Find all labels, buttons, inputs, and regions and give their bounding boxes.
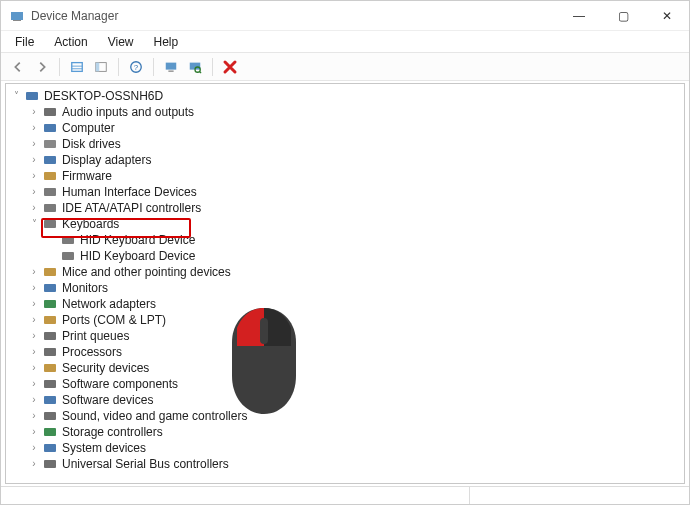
chevron-right-icon[interactable] [28,184,40,200]
menu-file[interactable]: File [5,33,44,51]
svg-rect-27 [44,300,56,308]
chevron-right-icon[interactable] [28,280,40,296]
chevron-right-icon[interactable] [28,168,40,184]
tree-category[interactable]: Software components [10,376,680,392]
chevron-right-icon[interactable] [28,136,40,152]
menu-view[interactable]: View [98,33,144,51]
svg-rect-21 [44,204,56,212]
svg-rect-9 [166,62,177,69]
svg-rect-25 [44,268,56,276]
tree-category[interactable]: Security devices [10,360,680,376]
tree-category[interactable]: Human Interface Devices [10,184,680,200]
chevron-right-icon[interactable] [28,152,40,168]
menu-bar: File Action View Help [1,31,689,53]
tree-category[interactable]: Universal Serial Bus controllers [10,456,680,472]
tree-category[interactable]: Ports (COM & LPT) [10,312,680,328]
category-label: Storage controllers [62,424,163,440]
chevron-down-icon[interactable] [28,216,40,232]
speaker-icon [42,105,58,119]
shield-icon [42,361,58,375]
tree-device[interactable]: HID Keyboard Device [10,248,680,264]
mouse-icon [42,265,58,279]
svg-rect-24 [62,252,74,260]
help-button[interactable]: ? [125,56,147,78]
chevron-right-icon[interactable] [28,408,40,424]
keyboard-icon [42,217,58,231]
back-button[interactable] [7,56,29,78]
svg-rect-19 [44,172,56,180]
delete-button[interactable] [219,56,241,78]
tree-category[interactable]: Storage controllers [10,424,680,440]
category-label: Security devices [62,360,149,376]
computer-view-button[interactable] [160,56,182,78]
minimize-button[interactable]: — [557,1,601,31]
chevron-right-icon[interactable] [28,360,40,376]
category-label: Human Interface Devices [62,184,197,200]
title-bar: Device Manager — ▢ ✕ [1,1,689,31]
app-icon [9,8,25,24]
software-icon [42,393,58,407]
tree-device[interactable]: HID Keyboard Device [10,232,680,248]
chevron-right-icon[interactable] [28,264,40,280]
disk-icon [42,137,58,151]
svg-rect-18 [44,156,56,164]
tree-category[interactable]: System devices [10,440,680,456]
tree-category[interactable]: Network adapters [10,296,680,312]
root-label: DESKTOP-OSSNH6D [44,88,163,104]
window-title: Device Manager [31,9,557,23]
chevron-right-icon[interactable] [28,344,40,360]
svg-rect-0 [11,12,23,20]
svg-rect-29 [44,332,56,340]
chevron-right-icon[interactable] [28,456,40,472]
chevron-down-icon[interactable] [10,88,22,104]
monitor-icon [42,281,58,295]
chevron-right-icon[interactable] [28,120,40,136]
chevron-right-icon[interactable] [28,328,40,344]
tree-category[interactable]: Monitors [10,280,680,296]
tree-category[interactable]: Firmware [10,168,680,184]
device-label: HID Keyboard Device [80,232,195,248]
chevron-right-icon[interactable] [28,296,40,312]
tree-category[interactable]: Audio inputs and outputs [10,104,680,120]
tree-category[interactable]: Disk drives [10,136,680,152]
category-label: Keyboards [62,216,119,232]
scan-button[interactable] [184,56,206,78]
chip-icon [42,169,58,183]
hid-icon [42,185,58,199]
device-tree[interactable]: DESKTOP-OSSNH6DAudio inputs and outputsC… [5,83,685,484]
tree-category[interactable]: Mice and other pointing devices [10,264,680,280]
maximize-button[interactable]: ▢ [601,1,645,31]
show-hidden-button[interactable] [66,56,88,78]
category-label: System devices [62,440,146,456]
close-button[interactable]: ✕ [645,1,689,31]
menu-help[interactable]: Help [144,33,189,51]
chevron-right-icon[interactable] [28,200,40,216]
category-label: Firmware [62,168,112,184]
chevron-right-icon[interactable] [28,312,40,328]
tree-category[interactable]: IDE ATA/ATAPI controllers [10,200,680,216]
chevron-right-icon[interactable] [28,104,40,120]
tree-category[interactable]: Processors [10,344,680,360]
console-tree-button[interactable] [90,56,112,78]
tree-category[interactable]: Print queues [10,328,680,344]
tree-category[interactable]: Sound, video and game controllers [10,408,680,424]
ata-icon [42,201,58,215]
toolbar: ? [1,53,689,81]
tree-root-node[interactable]: DESKTOP-OSSNH6D [10,88,680,104]
svg-rect-36 [44,444,56,452]
tree-category[interactable]: Software devices [10,392,680,408]
category-label: Display adapters [62,152,151,168]
computer-root-icon [24,89,40,103]
menu-action[interactable]: Action [44,33,97,51]
separator [153,58,154,76]
chevron-right-icon[interactable] [28,376,40,392]
chevron-right-icon[interactable] [28,392,40,408]
svg-rect-32 [44,380,56,388]
svg-rect-33 [44,396,56,404]
chevron-right-icon[interactable] [28,424,40,440]
tree-category[interactable]: Display adapters [10,152,680,168]
tree-category[interactable]: Keyboards [10,216,680,232]
tree-category[interactable]: Computer [10,120,680,136]
forward-button[interactable] [31,56,53,78]
chevron-right-icon[interactable] [28,440,40,456]
